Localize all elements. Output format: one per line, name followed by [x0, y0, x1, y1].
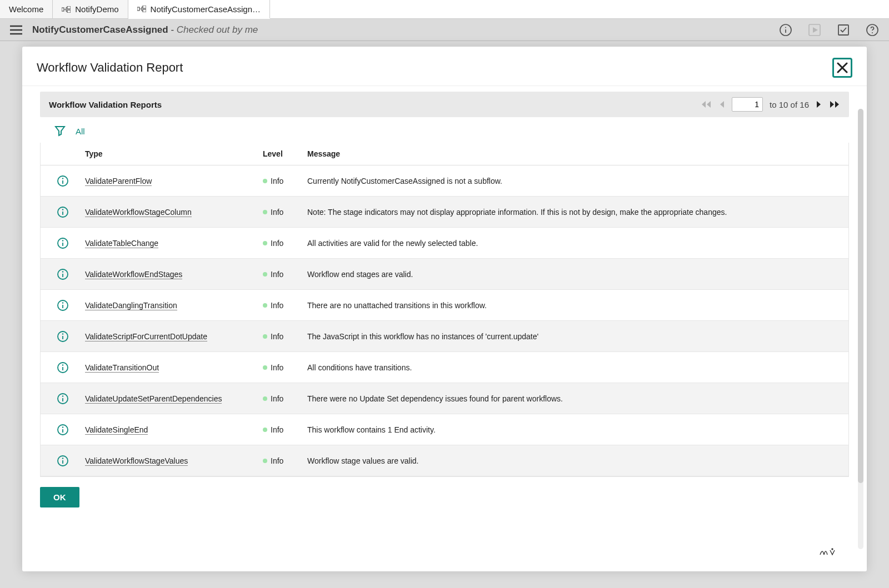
- level-dot-icon: [263, 179, 267, 183]
- info-icon[interactable]: [57, 361, 69, 374]
- tabs-bar: Welcome NotifyDemo NotifyCustomerCaseAss…: [0, 0, 889, 19]
- info-icon[interactable]: [57, 455, 69, 467]
- validation-type-link[interactable]: ValidateScriptForCurrentDotUpdate: [85, 332, 207, 341]
- svg-point-15: [62, 209, 63, 210]
- tab-notifydemo[interactable]: NotifyDemo: [53, 0, 128, 18]
- message-text: Note: The stage indicators may not displ…: [307, 208, 848, 217]
- table-row: ValidateScriptForCurrentDotUpdateInfoThe…: [41, 321, 848, 352]
- filter-link-all[interactable]: All: [76, 127, 85, 136]
- next-page-button[interactable]: [816, 100, 822, 109]
- scrollbar-track[interactable]: [858, 109, 863, 549]
- col-header-level[interactable]: Level: [263, 149, 307, 158]
- svg-point-21: [62, 302, 63, 303]
- svg-point-17: [62, 240, 63, 241]
- validation-type-link[interactable]: ValidateTransitionOut: [85, 363, 159, 373]
- tab-notifycustomercaseassigned[interactable]: NotifyCustomerCaseAssign…: [128, 0, 270, 19]
- info-icon[interactable]: [57, 393, 69, 405]
- table-row: ValidateParentFlowInfoCurrently NotifyCu…: [41, 165, 848, 197]
- modal-body: Workflow Validation Reports to 10 of 16: [22, 86, 867, 571]
- message-text: Workflow end stages are valid.: [307, 270, 848, 279]
- close-button[interactable]: [832, 58, 852, 78]
- level-dot-icon: [263, 334, 267, 339]
- svg-point-29: [62, 426, 63, 428]
- message-text: All activities are valid for the newly s…: [307, 239, 848, 248]
- svg-point-23: [62, 333, 63, 334]
- info-icon[interactable]: [57, 330, 69, 343]
- level-text: Info: [271, 332, 283, 341]
- message-text: There were no Update Set dependency issu…: [307, 394, 848, 403]
- info-icon[interactable]: [57, 237, 69, 249]
- validation-type-link[interactable]: ValidateParentFlow: [85, 177, 152, 186]
- info-icon[interactable]: [57, 299, 69, 311]
- grid-header-bar: Workflow Validation Reports to 10 of 16: [40, 92, 849, 117]
- svg-rect-4: [143, 6, 146, 8]
- svg-point-13: [62, 178, 63, 179]
- validation-type-link[interactable]: ValidateDanglingTransition: [85, 301, 177, 310]
- message-text: The JavaScript in this workflow has no i…: [307, 332, 848, 341]
- col-header-type[interactable]: Type: [85, 149, 263, 158]
- info-icon[interactable]: [57, 268, 69, 280]
- validation-type-link[interactable]: ValidateTableChange: [85, 239, 158, 248]
- scrollbar-thumb[interactable]: [858, 109, 863, 483]
- info-icon[interactable]: [57, 206, 69, 218]
- validation-type-link[interactable]: ValidateWorkflowStageValues: [85, 456, 188, 466]
- table-row: ValidateWorkflowEndStagesInfoWorkflow en…: [41, 259, 848, 290]
- info-icon[interactable]: [57, 424, 69, 436]
- level-text: Info: [271, 456, 283, 465]
- table-row: ValidateSingleEndInfoThis workflow conta…: [41, 414, 848, 445]
- table-row: ValidateTransitionOutInfoAll conditions …: [41, 352, 848, 383]
- level-dot-icon: [263, 303, 267, 308]
- signature-icon: [819, 547, 837, 557]
- table-row: ValidateTableChangeInfoAll activities ar…: [41, 228, 848, 259]
- level-dot-icon: [263, 396, 267, 401]
- validation-type-link[interactable]: ValidateWorkflowEndStages: [85, 270, 182, 279]
- message-text: There are no unattached transitions in t…: [307, 301, 848, 310]
- level-text: Info: [271, 177, 283, 185]
- workflow-icon: [62, 6, 71, 13]
- tab-label: Welcome: [9, 4, 43, 14]
- table-row: ValidateWorkflowStageColumnInfoNote: The…: [41, 197, 848, 228]
- prev-page-button[interactable]: [718, 100, 725, 109]
- level-dot-icon: [263, 272, 267, 277]
- first-page-button[interactable]: [701, 100, 712, 109]
- svg-point-25: [62, 364, 63, 365]
- workflow-validation-modal: Workflow Validation Report Workflow Vali…: [22, 47, 867, 571]
- validation-type-link[interactable]: ValidateUpdateSetParentDependencies: [85, 394, 222, 404]
- filter-icon[interactable]: [54, 125, 66, 137]
- message-text: Workflow stage values are valid.: [307, 456, 848, 465]
- page-input[interactable]: [732, 97, 763, 112]
- tab-label: NotifyCustomerCaseAssign…: [151, 4, 261, 14]
- modal-header: Workflow Validation Report: [22, 47, 867, 86]
- validation-type-link[interactable]: ValidateWorkflowStageColumn: [85, 208, 192, 217]
- svg-point-27: [62, 395, 63, 396]
- validation-type-link[interactable]: ValidateSingleEnd: [85, 425, 148, 435]
- level-text: Info: [271, 208, 283, 217]
- info-icon[interactable]: [57, 175, 69, 187]
- tab-welcome[interactable]: Welcome: [0, 0, 53, 18]
- level-text: Info: [271, 301, 283, 310]
- message-text: All conditions have transitions.: [307, 363, 848, 372]
- table-row: ValidateWorkflowStageValuesInfoWorkflow …: [41, 445, 848, 476]
- workflow-icon: [137, 6, 146, 12]
- last-page-button[interactable]: [829, 100, 840, 109]
- table-row: ValidateUpdateSetParentDependenciesInfoT…: [41, 383, 848, 414]
- level-text: Info: [271, 363, 283, 372]
- message-text: This workflow contains 1 End activity.: [307, 425, 848, 434]
- svg-point-32: [832, 549, 833, 550]
- level-text: Info: [271, 394, 283, 403]
- table-row: ValidateDanglingTransitionInfoThere are …: [41, 290, 848, 321]
- level-dot-icon: [263, 210, 267, 214]
- level-dot-icon: [263, 365, 267, 370]
- message-text: Currently NotifyCustomerCaseAssigned is …: [307, 177, 848, 185]
- level-text: Info: [271, 239, 283, 248]
- ok-button[interactable]: OK: [40, 487, 79, 507]
- results-table: Type Level Message ValidateParentFlowInf…: [40, 143, 849, 477]
- pager: to 10 of 16: [701, 97, 840, 112]
- svg-point-19: [62, 271, 63, 272]
- level-dot-icon: [263, 459, 267, 463]
- level-dot-icon: [263, 428, 267, 432]
- svg-rect-1: [67, 6, 71, 9]
- grid-title: Workflow Validation Reports: [49, 100, 162, 109]
- svg-rect-0: [62, 8, 64, 11]
- col-header-message[interactable]: Message: [307, 149, 848, 158]
